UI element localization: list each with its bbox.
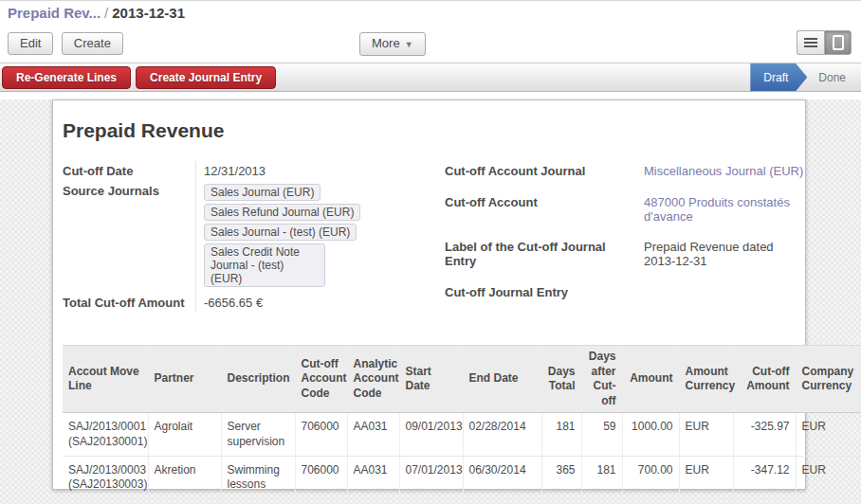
table-row[interactable]: SAJ/2013/0001 (SAJ20130001)AgrolaitServe… (63, 413, 861, 456)
cell[interactable]: 706000 (295, 413, 347, 456)
cutoff-account-journal-value: Miscellaneous Journal (EUR) (636, 161, 805, 192)
field-group-left: Cut-off Date 12/31/2013 Source Journals … (63, 161, 445, 313)
column-header-accout-move-line[interactable]: Accout Move Line (63, 346, 148, 413)
cell[interactable]: 365 (541, 498, 581, 504)
cell[interactable]: EUR (679, 456, 733, 498)
more-dropdown[interactable]: More▼ (359, 32, 426, 56)
list-view-icon (804, 38, 817, 47)
column-header-analytic-account-code[interactable]: Analytic Account Code (347, 346, 399, 413)
more-button-label: More (372, 36, 400, 50)
cutoff-journal-entry-label: Cut-off Journal Entry (445, 282, 636, 314)
cell[interactable]: AA031 (347, 413, 399, 456)
cell[interactable]: 700.00 (622, 456, 679, 498)
cell[interactable]: 181 (541, 413, 581, 456)
cell[interactable]: 181 (581, 456, 622, 498)
cutoff-date-label: Cut-off Date (63, 161, 195, 181)
cutoff-lines-table: Accout Move LinePartnerDescriptionCut-of… (63, 345, 861, 504)
field-groups: Cut-off Date 12/31/2013 Source Journals … (63, 161, 805, 313)
cutoff-date-value: 12/31/2013 (195, 161, 447, 181)
field-group-right: Cut-off Account Journal Miscellaneous Jo… (445, 161, 805, 313)
cell[interactable]: SAJ/2013/0003 (SAJ20130003) (63, 456, 148, 498)
cell[interactable]: SAJ/2013/0002 (SAJ20130002) (63, 498, 148, 504)
cell[interactable]: SAJ/2013/0001 (SAJ20130001) (63, 413, 148, 456)
cell[interactable]: -325.97 (733, 413, 796, 456)
cell[interactable]: 02/28/2014 (463, 413, 541, 456)
cell[interactable]: EUR (679, 498, 733, 504)
cell[interactable]: 8000.00 (622, 498, 679, 504)
cell[interactable]: Maintenance contract (221, 498, 295, 504)
table-row[interactable]: SAJ/2013/0003 (SAJ20130003)AkretionSwimm… (63, 456, 861, 498)
list-view-button[interactable] (797, 30, 824, 55)
chevron-down-icon: ▼ (405, 40, 413, 49)
column-header-days-after-cut-off[interactable]: Days after Cut-off (581, 346, 622, 413)
edit-button[interactable]: Edit (8, 32, 53, 55)
cell[interactable]: 07/01/2013 (399, 456, 463, 498)
form-view-icon (833, 35, 844, 50)
column-header-cut-off-account-code[interactable]: Cut-off Account Code (295, 346, 347, 413)
cell[interactable]: -5983.56 (733, 498, 796, 504)
form-sheet: Prepaid Revenue Cut-off Date 12/31/2013 … (52, 99, 806, 490)
cell[interactable]: 706000 (295, 498, 347, 504)
column-header-description[interactable]: Description (221, 346, 295, 413)
cell[interactable]: 1000.00 (622, 413, 679, 456)
cell[interactable]: 365 (541, 456, 581, 498)
status-bar: Re-Generate Lines Create Journal Entry D… (0, 63, 861, 92)
cell[interactable]: 09/01/2013 (399, 413, 463, 456)
cutoff-account-value: 487000 Produits constatés d'avance (636, 192, 805, 238)
column-header-cut-off-amount[interactable]: Cut-off Amount (733, 346, 796, 413)
table-row[interactable]: SAJ/2013/0002 (SAJ20130002)CamptocampMai… (63, 498, 861, 504)
cell[interactable]: AA034 (347, 498, 399, 504)
state-done-badge: Done (807, 71, 861, 84)
column-header-company-currency[interactable]: Company Currency (796, 346, 861, 413)
column-header-end-date[interactable]: End Date (463, 346, 541, 413)
column-header-days-total[interactable]: Days Total (541, 346, 581, 413)
cell[interactable]: 706000 (295, 456, 347, 498)
cell[interactable]: EUR (796, 413, 861, 456)
journal-entry-label-value: Prepaid Revenue dated 2013-12-31 (636, 237, 805, 282)
cell[interactable]: Server supervision (221, 413, 295, 456)
create-journal-entry-button[interactable]: Create Journal Entry (136, 66, 276, 89)
cutoff-account-link[interactable]: 487000 Produits constatés d'avance (644, 195, 805, 224)
cell[interactable]: 59 (581, 413, 622, 456)
source-journals-tags: Sales Journal (EUR)Sales Refund Journal … (204, 184, 447, 290)
breadcrumb: Prepaid Rev.../2013-12-31 (0, 1, 861, 21)
cell[interactable]: EUR (796, 498, 861, 504)
journal-tag: Sales Journal - (test) (EUR) (204, 224, 357, 241)
cell[interactable]: EUR (679, 413, 733, 456)
cell[interactable]: Swimming lessons (221, 456, 295, 498)
view-switcher (797, 30, 852, 55)
cutoff-account-label: Cut-off Account (445, 192, 636, 238)
statusbar-states: Draft Done (750, 63, 861, 91)
regenerate-lines-button[interactable]: Re-Generate Lines (2, 66, 131, 89)
cutoff-account-journal-label: Cut-off Account Journal (445, 161, 636, 192)
cell[interactable]: EUR (796, 456, 861, 498)
form-view-button[interactable] (824, 30, 852, 55)
cell[interactable]: 10/01/2013 (399, 498, 463, 504)
form-buttons: Edit Create (8, 32, 127, 55)
column-header-start-date[interactable]: Start Date (399, 346, 463, 413)
create-button[interactable]: Create (62, 32, 123, 55)
cell[interactable]: AA031 (347, 456, 399, 498)
journal-tag: Sales Journal (EUR) (204, 184, 321, 201)
column-header-amount[interactable]: Amount (622, 346, 679, 413)
journal-tag: Sales Refund Journal (EUR) (204, 204, 360, 221)
cell[interactable]: Camptocamp (148, 498, 221, 504)
cell[interactable]: 273 (581, 498, 622, 504)
cell[interactable]: Agrolait (148, 413, 221, 456)
top-bar: Prepaid Rev.../2013-12-31 Edit Create Mo… (0, 0, 861, 63)
breadcrumb-current: 2013-12-31 (112, 5, 185, 21)
cell[interactable]: -347.12 (733, 456, 796, 498)
journal-entry-label-label: Label of the Cut-off Journal Entry (445, 237, 636, 282)
state-draft-badge: Draft (750, 63, 807, 91)
journal-entry-label-text: Prepaid Revenue dated 2013-12-31 (644, 240, 796, 268)
cell[interactable]: 06/30/2014 (463, 456, 541, 498)
cell[interactable]: 09/30/2014 (463, 498, 541, 504)
column-header-partner[interactable]: Partner (148, 346, 221, 413)
breadcrumb-parent-link[interactable]: Prepaid Rev... (8, 5, 101, 21)
cell[interactable]: Akretion (148, 456, 221, 498)
table-header-row: Accout Move LinePartnerDescriptionCut-of… (63, 346, 861, 413)
cutoff-journal-entry-value (636, 282, 805, 314)
column-header-amount-currency[interactable]: Amount Currency (679, 346, 733, 413)
cutoff-account-journal-link[interactable]: Miscellaneous Journal (EUR) (644, 164, 803, 178)
content-background: Prepaid Revenue Cut-off Date 12/31/2013 … (0, 99, 861, 504)
